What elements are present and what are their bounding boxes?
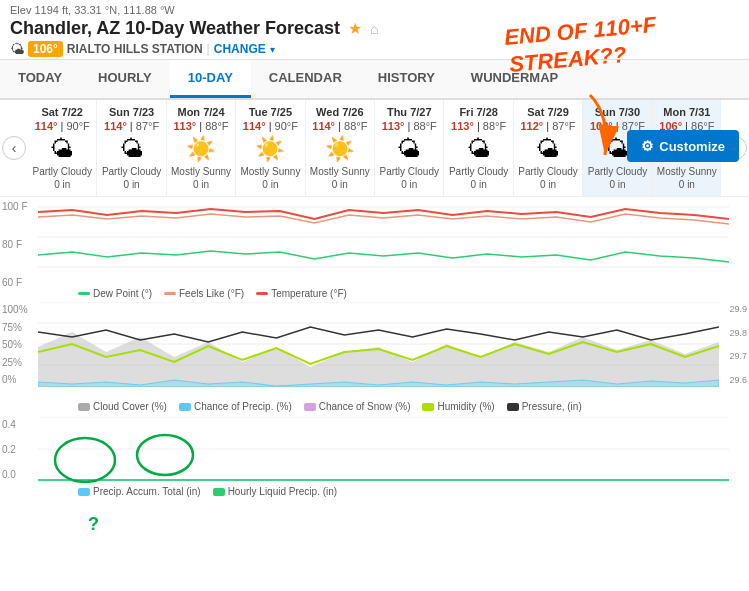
- day-precip-9: 0 in: [655, 179, 719, 190]
- temp-y-labels: 100 F 80 F 60 F: [0, 197, 38, 292]
- elevation-line: Elev 1194 ft, 33.31 °N, 111.88 °W: [10, 4, 739, 16]
- day-precip-8: 0 in: [585, 179, 649, 190]
- temp-legend: Dew Point (°) Feels Like (°F) Temperatur…: [38, 285, 387, 302]
- legend-temperature: Temperature (°F): [256, 288, 347, 299]
- tab-10day[interactable]: 10-DAY: [170, 60, 251, 98]
- precip-legend: Precip. Accum. Total (in) Hourly Liquid …: [38, 483, 377, 500]
- day-icon-3: ☀️: [238, 135, 302, 163]
- day-icon-6: 🌤: [446, 135, 510, 163]
- tab-calendar[interactable]: CALENDAR: [251, 60, 360, 98]
- station-name: RIALTO HILLS STATION: [67, 42, 203, 56]
- day-precip-7: 0 in: [516, 179, 580, 190]
- day-header-7: Sat 7/29: [516, 106, 580, 118]
- day-precip-0: 0 in: [30, 179, 94, 190]
- day-precip-2: 0 in: [169, 179, 233, 190]
- second-chart-section: 100% 75% 50% 25% 0% 29.9 29.8 29.7 29.6: [0, 302, 749, 417]
- day-temps-4: 114° | 88°F: [308, 120, 372, 132]
- precip-chart-section: 0.4 0.2 0.0 Precip. Accum. Total (in): [0, 417, 749, 502]
- tab-history[interactable]: HISTORY: [360, 60, 453, 98]
- page-wrapper: Elev 1194 ft, 33.31 °N, 111.88 °W Chandl…: [0, 0, 749, 591]
- temp-chart-section: 100 F 80 F 60 F Dew Point (°): [0, 197, 749, 302]
- nav-tabs: TODAY HOURLY 10-DAY CALENDAR HISTORY WUN…: [0, 60, 749, 100]
- second-chart-svg: [38, 302, 719, 387]
- page-title: Chandler, AZ 10-Day Weather Forecast: [10, 18, 340, 39]
- legend-humidity: Humidity (%): [422, 401, 494, 412]
- temp-badge: 106°: [28, 41, 63, 57]
- day-icon-5: 🌤: [377, 135, 441, 163]
- day-temps-6: 113° | 88°F: [446, 120, 510, 132]
- sun-icon: 🌤: [10, 41, 24, 57]
- day-desc-4: Mostly Sunny: [308, 166, 372, 177]
- day-icon-1: 🌤: [99, 135, 163, 163]
- day-icon-7: 🌤: [516, 135, 580, 163]
- prev-button[interactable]: ‹: [2, 136, 26, 160]
- chevron-icon: ▾: [270, 44, 275, 55]
- temperature-dot: [256, 292, 268, 295]
- day-temps-0: 114° | 90°F: [30, 120, 94, 132]
- day-desc-2: Mostly Sunny: [169, 166, 233, 177]
- day-col-4[interactable]: Wed 7/26 114° | 88°F ☀️ Mostly Sunny 0 i…: [306, 100, 375, 196]
- legend-pressure: Pressure, (in): [507, 401, 582, 412]
- svg-text:?: ?: [88, 514, 99, 534]
- title-line: Chandler, AZ 10-Day Weather Forecast ★ ⌂: [10, 18, 739, 39]
- top-bar: Elev 1194 ft, 33.31 °N, 111.88 °W Chandl…: [0, 0, 749, 60]
- pressure-y-labels: 29.9 29.8 29.7 29.6: [719, 302, 749, 387]
- day-precip-5: 0 in: [377, 179, 441, 190]
- day-col-3[interactable]: Tue 7/25 114° | 90°F ☀️ Mostly Sunny 0 i…: [236, 100, 305, 196]
- dewpoint-dot: [78, 292, 90, 295]
- forecast-days: Sat 7/22 114° | 90°F 🌤 Partly Cloudy 0 i…: [28, 100, 721, 196]
- day-temps-3: 114° | 90°F: [238, 120, 302, 132]
- legend-accum: Precip. Accum. Total (in): [78, 486, 201, 497]
- day-precip-6: 0 in: [446, 179, 510, 190]
- day-precip-1: 0 in: [99, 179, 163, 190]
- day-precip-4: 0 in: [308, 179, 372, 190]
- day-header-4: Wed 7/26: [308, 106, 372, 118]
- day-icon-4: ☀️: [308, 135, 372, 163]
- day-temps-7: 112° | 87°F: [516, 120, 580, 132]
- legend-dewpoint: Dew Point (°): [78, 288, 152, 299]
- customize-label: Customize: [659, 139, 725, 154]
- day-desc-0: Partly Cloudy: [30, 166, 94, 177]
- legend-hourly-liquid: Hourly Liquid Precip. (in): [213, 486, 338, 497]
- day-col-1[interactable]: Sun 7/23 114° | 87°F 🌤 Partly Cloudy 0 i…: [97, 100, 166, 196]
- day-header-2: Mon 7/24: [169, 106, 233, 118]
- home-icon[interactable]: ⌂: [370, 21, 378, 37]
- precip-chart-svg: [38, 417, 729, 482]
- temp-y-80: 80 F: [2, 239, 36, 250]
- charts-area: 100 F 80 F 60 F Dew Point (°): [0, 197, 749, 502]
- day-icon-2: ☀️: [169, 135, 233, 163]
- day-temps-5: 113° | 88°F: [377, 120, 441, 132]
- day-desc-3: Mostly Sunny: [238, 166, 302, 177]
- day-desc-8: Partly Cloudy: [585, 166, 649, 177]
- change-link[interactable]: CHANGE: [214, 42, 266, 56]
- precip-y-labels: 0.4 0.2 0.0: [0, 417, 38, 482]
- day-desc-6: Partly Cloudy: [446, 166, 510, 177]
- tab-hourly[interactable]: HOURLY: [80, 60, 170, 98]
- gear-icon: ⚙: [641, 138, 654, 154]
- second-legend: Cloud Cover (%) Chance of Precip. (%) Ch…: [38, 398, 622, 415]
- day-col-5[interactable]: Thu 7/27 113° | 88°F 🌤 Partly Cloudy 0 i…: [375, 100, 444, 196]
- day-header-0: Sat 7/22: [30, 106, 94, 118]
- temperature-label: Temperature (°F): [271, 288, 347, 299]
- day-header-8: Sun 7/30: [585, 106, 649, 118]
- customize-button[interactable]: ⚙ Customize: [627, 130, 739, 162]
- feelslike-label: Feels Like (°F): [179, 288, 244, 299]
- temp-y-60: 60 F: [2, 277, 36, 288]
- tab-wundermap[interactable]: WUNDERMAP: [453, 60, 576, 98]
- day-desc-7: Partly Cloudy: [516, 166, 580, 177]
- dewpoint-label: Dew Point (°): [93, 288, 152, 299]
- tab-today[interactable]: TODAY: [0, 60, 80, 98]
- day-desc-1: Partly Cloudy: [99, 166, 163, 177]
- day-col-2[interactable]: Mon 7/24 113° | 88°F ☀️ Mostly Sunny 0 i…: [167, 100, 236, 196]
- day-col-0[interactable]: Sat 7/22 114° | 90°F 🌤 Partly Cloudy 0 i…: [28, 100, 97, 196]
- day-col-6[interactable]: Fri 7/28 113° | 88°F 🌤 Partly Cloudy 0 i…: [444, 100, 513, 196]
- day-icon-0: 🌤: [30, 135, 94, 163]
- day-header-5: Thu 7/27: [377, 106, 441, 118]
- feelslike-dot: [164, 292, 176, 295]
- second-y-labels: 100% 75% 50% 25% 0%: [0, 302, 38, 387]
- day-header-9: Mon 7/31: [655, 106, 719, 118]
- temp-chart-svg: [38, 197, 729, 292]
- star-icon[interactable]: ★: [348, 19, 362, 38]
- day-desc-5: Partly Cloudy: [377, 166, 441, 177]
- day-col-7[interactable]: Sat 7/29 112° | 87°F 🌤 Partly Cloudy 0 i…: [514, 100, 583, 196]
